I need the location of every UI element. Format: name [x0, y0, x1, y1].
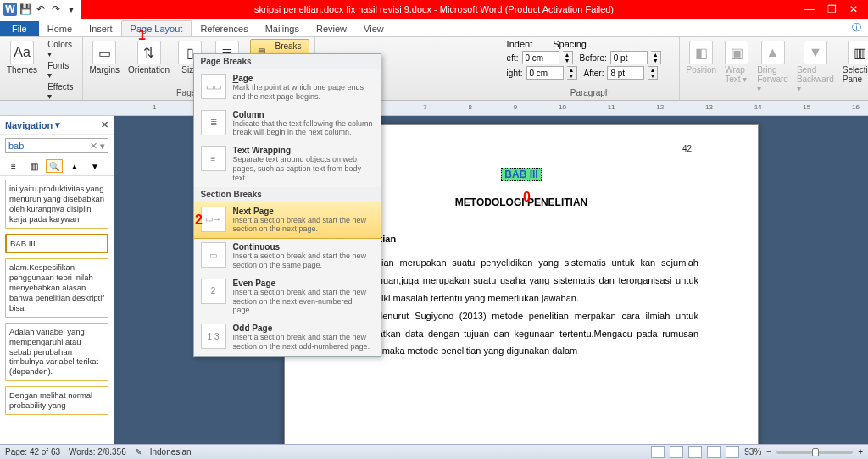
section-heading[interactable]: e Penelitian — [344, 234, 698, 244]
clear-search-icon[interactable]: ✕ ▾ — [90, 141, 105, 152]
nav-result-item[interactable]: Adalah variabel yang mempengaruhi atau s… — [5, 323, 108, 381]
view-print-layout[interactable] — [651, 446, 665, 458]
status-page[interactable]: Page: 42 of 63 — [5, 447, 60, 456]
restore-button[interactable]: ❐ — [822, 3, 841, 15]
tab-mailings[interactable]: Mailings — [257, 21, 308, 36]
nextpage-break-icon: ▭→ — [201, 207, 226, 232]
proofing-icon[interactable]: ✎ — [135, 447, 142, 456]
body-paragraph[interactable]: litian merupakan suatu penyelidikan yang… — [344, 254, 698, 307]
indent-left[interactable]: eft:0 cm▲▼ — [507, 51, 573, 64]
window-title: skripsi peneltian.docx fix hasil revisi … — [254, 4, 614, 14]
qat-more-icon[interactable]: ▾ — [64, 3, 78, 16]
tab-home[interactable]: Home — [39, 21, 81, 36]
spacing-before[interactable]: Before:0 pt▲▼ — [580, 51, 661, 64]
selection-pane-button[interactable]: ▥Selection Pane — [841, 39, 868, 86]
nav-result-item[interactable]: Dengan melihat normal probability yang — [5, 386, 108, 415]
nav-tab-pages[interactable]: ▥ — [25, 159, 42, 173]
position-button: ◧Position — [685, 39, 719, 76]
annotation-2: 2 — [195, 213, 203, 228]
textwrap-break-icon: ≡ — [201, 146, 226, 171]
nav-result-item[interactable]: BAB III — [5, 234, 108, 254]
themes-button[interactable]: AaThemes — [5, 39, 39, 76]
oddpage-break-icon: 1 3 — [201, 324, 226, 349]
tab-view[interactable]: View — [355, 21, 392, 36]
nav-results-list: ini yaitu produktivitas yang menurun yan… — [0, 176, 114, 418]
group-themes: AaThemes Colors ▾ Fonts ▾ Effects ▾ Them… — [0, 37, 83, 100]
page-break-icon: ▭▭ — [201, 74, 226, 99]
title-bar: W 💾 ↶ ↷ ▾ skripsi peneltian.docx fix has… — [0, 0, 868, 19]
navigation-pane: Navigation▾✕ bab✕ ▾ 19 of 22 matches ≡ ▥… — [0, 116, 114, 444]
ribbon-tabs: File Home Insert Page Layout References … — [0, 19, 868, 37]
break-odd-page[interactable]: 1 3 Odd PageInsert a section break and s… — [194, 319, 381, 356]
nav-search-input[interactable]: bab✕ ▾ — [5, 138, 108, 153]
word-icon: W — [3, 3, 17, 16]
tab-file[interactable]: File — [0, 21, 39, 36]
fonts-button[interactable]: Fonts ▾ — [44, 60, 76, 80]
tab-page-layout[interactable]: Page Layout — [121, 20, 192, 36]
spacing-header: Spacing — [553, 39, 587, 49]
indent-right[interactable]: ight:0 cm▲▼ — [507, 66, 577, 80]
status-zoom[interactable]: 93% — [744, 447, 761, 456]
column-break-icon: ≣ — [201, 110, 226, 135]
nav-result-item[interactable]: alam.Kespesifikan penggunaan teori inila… — [5, 258, 108, 317]
colors-button[interactable]: Colors ▾ — [44, 39, 76, 59]
wrap-text-button: ▣Wrap Text ▾ — [723, 39, 750, 86]
redo-icon[interactable]: ↷ — [49, 3, 63, 16]
orientation-button[interactable]: ⇅Orientation — [126, 39, 171, 76]
nav-title: Navigation — [5, 120, 53, 130]
view-web-layout[interactable] — [688, 446, 702, 458]
tab-review[interactable]: Review — [308, 21, 355, 36]
group-paragraph-label: Paragraph — [507, 88, 674, 99]
horizontal-ruler[interactable]: 1234 5678 9101112 13141516 — [0, 101, 868, 116]
break-continuous[interactable]: ▭ ContinuousInsert a section break and s… — [194, 238, 381, 274]
status-words[interactable]: Words: 2/8.356 — [69, 447, 126, 456]
nav-dropdown-icon[interactable]: ▾ — [55, 119, 60, 130]
nav-close-icon[interactable]: ✕ — [101, 119, 108, 130]
annotation-0: 0 — [523, 190, 531, 205]
zoom-out-button[interactable]: − — [766, 447, 771, 456]
zoom-slider[interactable] — [776, 451, 853, 454]
send-backward-button: ▼Send Backward ▾ — [795, 39, 836, 95]
status-bar: Page: 42 of 63 Words: 2/8.356 ✎ Indonesi… — [0, 444, 868, 459]
nav-tab-results[interactable]: 🔍 — [46, 159, 63, 173]
bring-forward-button: ▲Bring Forward ▾ — [755, 39, 790, 95]
body-paragraph[interactable]: Menurut Sugiyono (2013) metode penelitia… — [344, 307, 698, 361]
save-icon[interactable]: 💾 — [19, 3, 32, 16]
status-language[interactable]: Indonesian — [150, 447, 192, 456]
breaks-dropdown: Page Breaks ▭▭ PageMark the point at whi… — [193, 53, 381, 357]
break-page[interactable]: ▭▭ PageMark the point at which one page … — [194, 69, 381, 106]
breaks-section-pagebreaks: Page Breaks — [194, 54, 381, 69]
chapter-heading[interactable]: BAB III — [501, 168, 541, 181]
close-button[interactable]: ✕ — [844, 3, 863, 15]
quick-access-toolbar: W 💾 ↶ ↷ ▾ — [0, 0, 81, 19]
spacing-after[interactable]: After:8 pt▲▼ — [584, 66, 659, 80]
undo-icon[interactable]: ↶ — [34, 3, 47, 16]
help-icon[interactable]: ⓘ — [845, 19, 868, 36]
break-text-wrapping[interactable]: ≡ Text WrappingSeparate text around obje… — [194, 141, 381, 186]
nav-tab-headings[interactable]: ≡ — [5, 159, 22, 173]
nav-next-result[interactable]: ▼ — [86, 159, 103, 173]
indent-header: Indent — [507, 39, 533, 49]
breaks-section-sectionbreaks: Section Breaks — [194, 187, 381, 202]
group-arrange: ◧Position ▣Wrap Text ▾ ▲Bring Forward ▾ … — [680, 37, 868, 100]
zoom-in-button[interactable]: + — [858, 447, 863, 456]
view-draft[interactable] — [726, 446, 739, 458]
break-column[interactable]: ≣ ColumnIndicate that the text following… — [194, 106, 381, 142]
tab-insert[interactable]: Insert — [81, 21, 121, 36]
window-buttons: — ❐ ✕ — [800, 3, 868, 15]
effects-button[interactable]: Effects ▾ — [44, 81, 76, 102]
annotation-1: 1 — [138, 28, 146, 43]
margins-button[interactable]: ▭Margins — [88, 39, 122, 76]
tab-references[interactable]: References — [192, 21, 256, 36]
view-full-screen[interactable] — [670, 446, 683, 458]
group-page-setup: ▭Margins ⇅Orientation ▯Size ≣Columns ▤Br… — [83, 37, 315, 100]
minimize-button[interactable]: — — [800, 3, 819, 15]
nav-result-item[interactable]: ini yaitu produktivitas yang menurun yan… — [5, 180, 108, 229]
nav-prev-result[interactable]: ▲ — [66, 159, 83, 173]
view-outline[interactable] — [707, 446, 721, 458]
break-even-page[interactable]: 2 Even PageInsert a section break and st… — [194, 274, 381, 319]
group-paragraph: Indent Spacing eft:0 cm▲▼ Before:0 pt▲▼ … — [502, 37, 680, 100]
evenpage-break-icon: 2 — [201, 279, 226, 304]
chapter-title[interactable]: METODOLOGI PENELITIAN — [344, 196, 698, 208]
break-next-page[interactable]: ▭→ Next PageInsert a section break and s… — [193, 202, 381, 240]
